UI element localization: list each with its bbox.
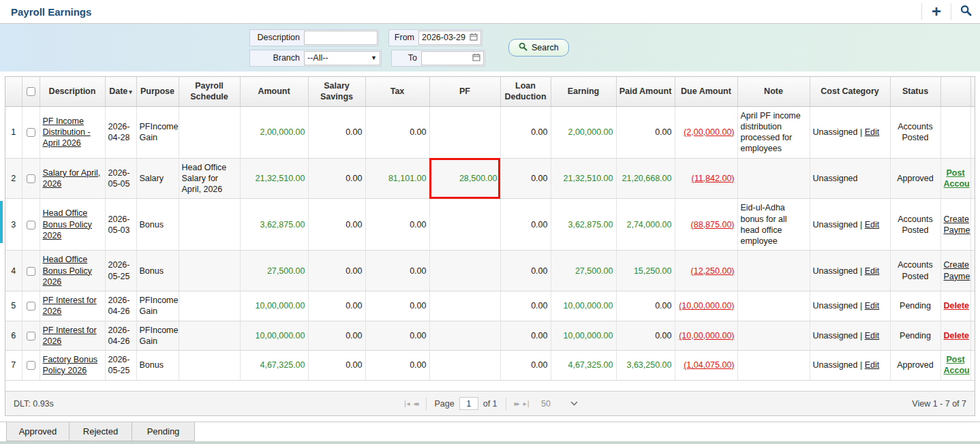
row-checkbox[interactable] xyxy=(27,361,35,370)
edit-cost-category-link[interactable]: Edit xyxy=(865,360,880,370)
description-link[interactable]: Head Office Bonus Policy 2026 xyxy=(43,255,92,287)
cell-loan: 0.00 xyxy=(500,291,551,321)
edit-cost-category-link[interactable]: Edit xyxy=(865,127,880,137)
row-checkbox[interactable] xyxy=(27,332,35,340)
description-link[interactable]: PF Interest for 2026 xyxy=(43,296,97,316)
row-action-link[interactable]: Create Payme xyxy=(944,260,970,281)
sort-desc-icon: ▾ xyxy=(129,89,132,95)
col-header-cost[interactable]: Cost Category xyxy=(810,77,890,106)
row-checkbox[interactable] xyxy=(27,174,35,183)
description-link[interactable]: PF Income Distribution - April 2026 xyxy=(43,116,91,148)
due-amount-link[interactable]: (10,00,000.00) xyxy=(679,331,734,340)
row-checkbox[interactable] xyxy=(27,128,35,137)
highlighted-cell-pf: 28,500.00 xyxy=(429,158,500,199)
edit-cost-category-link[interactable]: Edit xyxy=(865,220,880,229)
next-page-icon[interactable]: ▸▸ xyxy=(515,400,519,407)
cell-due: (2,00,000.00) xyxy=(675,106,737,158)
tab-rejected[interactable]: Rejected xyxy=(69,422,132,441)
col-header-purpose[interactable]: Purpose xyxy=(136,77,179,106)
row-action-link[interactable]: Post Accou xyxy=(944,168,970,189)
col-header-savings[interactable]: Salary Savings xyxy=(308,77,365,106)
from-date-input[interactable]: 2026-03-29 xyxy=(418,31,481,45)
description-link[interactable]: PF Interest for 2026 xyxy=(43,326,97,346)
cell-num: 4 xyxy=(5,251,22,291)
col-header-date[interactable]: Date▾ xyxy=(105,77,136,106)
cell-loan: 0.00 xyxy=(500,351,551,381)
tab-pending[interactable]: Pending xyxy=(132,422,195,441)
col-header-schedule[interactable]: Payroll Schedule xyxy=(179,77,240,106)
col-header-check[interactable] xyxy=(22,77,40,106)
first-page-icon[interactable]: ❘◂ xyxy=(402,400,408,407)
col-header-action[interactable] xyxy=(940,77,970,106)
load-time: DLT: 0.93s xyxy=(14,399,204,409)
row-action-link[interactable]: Delete xyxy=(944,301,970,311)
col-header-paid[interactable]: Paid Amount xyxy=(616,77,675,106)
select-all-checkbox[interactable] xyxy=(27,87,35,96)
row-checkbox[interactable] xyxy=(27,302,35,311)
cell-cost: Unassigned xyxy=(810,158,890,199)
row-action-link[interactable]: Post Accou xyxy=(944,355,970,375)
cell-due: (10,00,000.00) xyxy=(675,321,737,351)
calendar-icon[interactable] xyxy=(472,53,480,63)
due-amount-link[interactable]: (11,842.00) xyxy=(691,174,734,183)
cell-check xyxy=(22,321,40,351)
description-link[interactable]: Factory Bonus Policy 2026 xyxy=(43,355,98,375)
col-header-note[interactable]: Note xyxy=(737,77,810,106)
due-amount-link[interactable]: (10,00,000.00) xyxy=(679,301,734,311)
cell-status: Pending xyxy=(890,291,940,321)
cell-note xyxy=(737,351,810,381)
cell-purpose: PFIncome Gain xyxy=(136,321,179,351)
description-filter-input[interactable] xyxy=(307,33,374,42)
due-amount-link[interactable]: (88,875.00) xyxy=(691,220,735,229)
description-link[interactable]: Head Office Bonus Policy 2026 xyxy=(43,208,92,240)
cell-note: April PF income distribution processed f… xyxy=(737,106,810,158)
cell-action: Post Accou xyxy=(940,351,970,381)
search-toggle-button[interactable] xyxy=(957,0,975,23)
row-action-link[interactable]: Delete xyxy=(944,331,970,340)
calendar-icon[interactable] xyxy=(470,33,478,43)
cell-amount: 10,00,000.00 xyxy=(240,321,308,351)
to-date-input[interactable] xyxy=(421,51,484,65)
col-header-description[interactable]: Description xyxy=(40,77,105,106)
cell-status: Accounts Posted xyxy=(890,251,940,291)
edit-cost-category-link[interactable]: Edit xyxy=(865,331,880,340)
page-number-input[interactable] xyxy=(459,397,478,410)
add-button[interactable]: + xyxy=(928,0,945,23)
last-page-icon[interactable]: ▸❘ xyxy=(523,400,530,407)
description-link[interactable]: Salary for April, 2026 xyxy=(43,168,101,189)
payroll-earnings-grid: DescriptionDate▾PurposePayroll ScheduleA… xyxy=(5,76,975,416)
col-header-due[interactable]: Due Amount xyxy=(675,77,737,106)
row-checkbox[interactable] xyxy=(27,267,35,276)
page-size-chevron-icon[interactable] xyxy=(570,401,578,406)
cell-paid: 0.00 xyxy=(616,106,675,158)
due-amount-link[interactable]: (2,00,000.00) xyxy=(684,127,734,137)
col-header-tax[interactable]: Tax xyxy=(365,77,429,106)
col-header-loan[interactable]: Loan Deduction xyxy=(500,77,551,106)
due-amount-link[interactable]: (12,250.00) xyxy=(691,266,735,276)
view-range-label: View 1 - 7 of 7 xyxy=(776,399,966,409)
col-header-pf[interactable]: PF xyxy=(429,77,500,106)
branch-select[interactable]: --All-- ▼ xyxy=(304,51,380,65)
cell-tax: 0.00 xyxy=(365,351,429,381)
edit-cost-category-link[interactable]: Edit xyxy=(865,301,880,311)
col-header-earning[interactable]: Earning xyxy=(551,77,616,106)
grid-empty-area xyxy=(5,381,975,392)
cell-tax: 0.00 xyxy=(365,106,429,158)
cell-spacer xyxy=(970,251,975,291)
cell-earning: 10,00,000.00 xyxy=(551,291,616,321)
page-size-value[interactable]: 50 xyxy=(541,399,551,409)
due-amount-link[interactable]: (1,04,075.00) xyxy=(684,360,734,370)
row-action-link[interactable]: Create Payme xyxy=(944,215,970,235)
cell-status: Approved xyxy=(890,158,940,199)
description-filter-label: Description xyxy=(251,33,304,42)
col-header-amount[interactable]: Amount xyxy=(240,77,308,106)
tab-approved[interactable]: Approved xyxy=(6,422,70,441)
search-button[interactable]: Search xyxy=(508,39,569,57)
col-header-status[interactable]: Status xyxy=(890,77,940,106)
page-title: Payroll Earnings xyxy=(11,6,91,18)
prev-page-icon[interactable]: ◂◂ xyxy=(413,400,417,407)
cell-description: PF Interest for 2026 xyxy=(40,321,105,351)
row-checkbox[interactable] xyxy=(27,221,35,229)
col-header-num xyxy=(5,77,22,106)
edit-cost-category-link[interactable]: Edit xyxy=(865,266,880,276)
